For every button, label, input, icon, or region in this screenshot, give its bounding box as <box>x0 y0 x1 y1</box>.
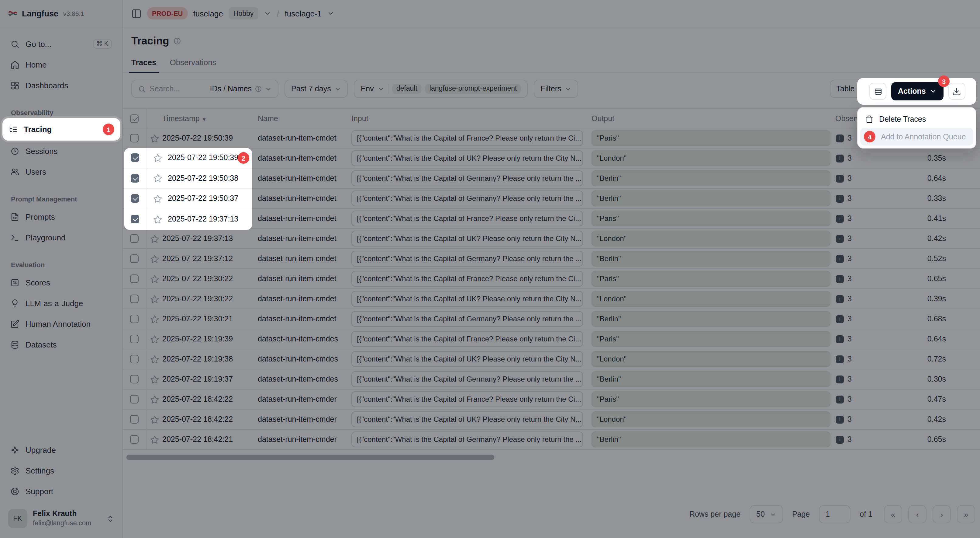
star-icon[interactable] <box>153 153 162 163</box>
selected-row[interactable]: 2025-07-22 19:50:38 <box>124 168 252 189</box>
list-tree-icon <box>8 125 18 134</box>
row-checkbox[interactable] <box>131 154 139 162</box>
actions-button[interactable]: Actions <box>891 82 943 101</box>
row-height-button[interactable] <box>869 83 886 100</box>
star-icon[interactable] <box>153 215 162 224</box>
tour-step-2-badge: 2 <box>238 152 249 164</box>
menu-item-add-to-annotation-queue[interactable]: 4 Add to Annotation Queue <box>860 128 973 145</box>
row-timestamp: 2025-07-22 19:50:38 <box>168 174 238 183</box>
rows-icon <box>873 87 883 96</box>
app-window: Langfuse v3.86.1 Go to... ⌘ K Home Dashb… <box>0 0 980 538</box>
download-icon <box>952 87 961 96</box>
tour-step-1-badge: 1 <box>103 123 114 135</box>
selected-row[interactable]: 2025-07-22 19:50:39 2 <box>124 148 252 168</box>
menu-item-delete-traces[interactable]: Delete Traces <box>860 110 973 128</box>
row-checkbox[interactable] <box>131 215 139 224</box>
export-button[interactable] <box>948 83 966 100</box>
star-icon[interactable] <box>153 174 162 183</box>
actions-dropdown-menu: Delete Traces 4 Add to Annotation Queue <box>857 107 976 148</box>
row-timestamp: 2025-07-22 19:50:37 <box>168 195 238 203</box>
tour-highlight-selected-rows: 2025-07-22 19:50:39 2 2025-07-22 19:50:3… <box>124 148 252 230</box>
row-checkbox[interactable] <box>131 195 139 203</box>
row-checkbox[interactable] <box>131 174 139 183</box>
trash-icon <box>865 115 873 123</box>
sidebar-item-label: Tracing <box>24 125 52 134</box>
tour-highlight-tracing[interactable]: Tracing 1 <box>2 118 120 140</box>
tour-step-4-badge: 4 <box>864 131 875 142</box>
chevron-down-icon <box>929 88 937 95</box>
selected-row[interactable]: 2025-07-22 19:37:13 <box>124 209 252 230</box>
row-timestamp: 2025-07-22 19:50:39 <box>168 154 238 162</box>
selected-row[interactable]: 2025-07-22 19:50:37 <box>124 189 252 209</box>
star-icon[interactable] <box>153 194 162 203</box>
row-timestamp: 2025-07-22 19:37:13 <box>168 215 238 224</box>
tour-step-3-badge: 3 <box>938 75 950 87</box>
tour-highlight-actions: Actions 3 <box>857 78 976 105</box>
tour-dim-overlay <box>0 0 980 538</box>
